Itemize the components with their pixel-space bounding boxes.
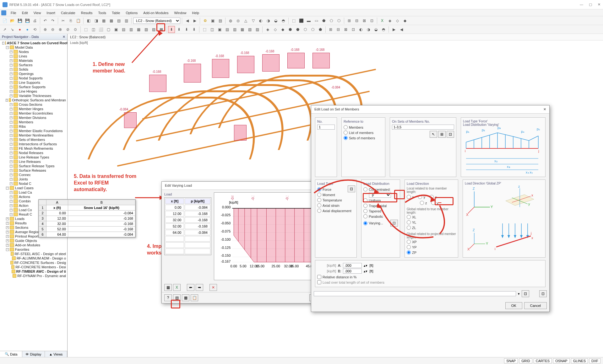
- tree-item[interactable]: +Member Nonlinearities: [1, 133, 67, 137]
- tb2-46[interactable]: ◑: [365, 26, 372, 33]
- lt-disp[interactable]: [317, 209, 321, 213]
- tb2-17[interactable]: ▥: [128, 26, 134, 33]
- tb2-15[interactable]: ▣: [112, 26, 119, 33]
- tree-item[interactable]: +Member Divisions: [1, 115, 67, 120]
- menu-insert[interactable]: Insert: [44, 10, 58, 15]
- tb2-41[interactable]: ⊞: [327, 26, 334, 33]
- ld-uniform[interactable]: [363, 198, 367, 202]
- dir-x[interactable]: [407, 195, 411, 199]
- tree-item[interactable]: +FE Mesh Refinements: [1, 146, 67, 151]
- tb2-6[interactable]: ⊕: [42, 26, 49, 33]
- tb-u3[interactable]: ◆: [401, 17, 408, 24]
- dir-v[interactable]: [431, 201, 435, 205]
- load-no-field[interactable]: [317, 125, 335, 130]
- pick-btn-2[interactable]: ⊞: [438, 131, 446, 138]
- tb2-42[interactable]: ⊟: [335, 26, 342, 33]
- tree-item[interactable]: +Cross-Sections: [1, 102, 67, 107]
- edit-varying-button[interactable]: ⊡: [390, 220, 398, 227]
- tb-save[interactable]: 💾: [16, 17, 23, 24]
- ld-p-combo[interactable]: p: [369, 192, 391, 198]
- tree-item[interactable]: +Connec: [1, 173, 67, 177]
- lt-moment[interactable]: [317, 193, 321, 197]
- varying-load-table[interactable]: x [ft]p [kip/ft] 0.00-0.084 12.00-0.168 …: [164, 197, 211, 255]
- tree-item[interactable]: −ASCE 7 Snow Loads on Curved Roof*: [1, 41, 67, 45]
- tb2-38[interactable]: ⬡: [302, 26, 309, 33]
- tree-item[interactable]: +Line Hinges: [1, 89, 67, 94]
- tb-t2[interactable]: ⊟: [353, 17, 360, 24]
- tree-item[interactable]: +Sets of Members: [1, 137, 67, 142]
- ref-members[interactable]: [344, 125, 348, 129]
- tb-g3[interactable]: ▦: [100, 17, 107, 24]
- tree-item[interactable]: +Add-on Modules: [1, 243, 67, 247]
- tree-item[interactable]: +Surface Releases: [1, 168, 67, 173]
- menu-view[interactable]: View: [31, 10, 44, 15]
- tb2-25[interactable]: ⬚: [201, 26, 208, 33]
- tree-item[interactable]: RF-TIMBER AWC - Design of ti: [1, 269, 67, 274]
- tb-print[interactable]: 🖨: [31, 17, 38, 24]
- evl-b3[interactable]: ▦: [182, 294, 189, 301]
- tb2-18[interactable]: ▦: [135, 26, 142, 33]
- tb-s7[interactable]: ⬡: [335, 17, 342, 24]
- tb2-47[interactable]: ◒: [372, 26, 379, 33]
- tb2-8[interactable]: ⊗: [57, 26, 64, 33]
- param-b[interactable]: [343, 269, 362, 274]
- tb2-13[interactable]: ⬜: [97, 26, 104, 33]
- tb2-2[interactable]: ↘: [9, 26, 16, 33]
- tb2-21[interactable]: ▩: [158, 26, 165, 33]
- tb2-36[interactable]: ⬢: [287, 26, 294, 33]
- tb-r3[interactable]: ◍: [227, 17, 234, 24]
- comment-btn[interactable]: ⊡: [522, 290, 529, 297]
- tb2-50[interactable]: ◀: [398, 26, 405, 33]
- dir-y[interactable]: [418, 195, 422, 199]
- tb-open[interactable]: 📂: [9, 17, 16, 24]
- tb-u2[interactable]: ◇: [394, 17, 401, 24]
- tree-item[interactable]: +Intersections of Surfaces: [1, 142, 67, 146]
- tb2-29[interactable]: ▥: [231, 26, 238, 33]
- tb2-33[interactable]: ◈: [264, 26, 271, 33]
- rel-dist[interactable]: [317, 275, 321, 279]
- dir-zp[interactable]: [407, 250, 411, 254]
- status-grid[interactable]: GRID: [519, 358, 532, 363]
- tb-u1[interactable]: ◈: [386, 17, 393, 24]
- tb2-45[interactable]: ◐: [357, 26, 364, 33]
- tb-r7[interactable]: ◐: [257, 17, 264, 24]
- tb-t1[interactable]: ⊞: [346, 17, 353, 24]
- tb-g5[interactable]: ▤: [115, 17, 122, 24]
- tb-s5[interactable]: ⬟: [320, 17, 327, 24]
- dir-xl[interactable]: [407, 215, 411, 219]
- tb2-49[interactable]: ▶: [390, 26, 397, 33]
- tb2-12[interactable]: ◫: [90, 26, 97, 33]
- tree-item[interactable]: +Guide Objects: [1, 238, 67, 243]
- ld-trap[interactable]: [363, 204, 367, 208]
- tb2-43[interactable]: ⊠: [342, 26, 349, 33]
- tb2-10[interactable]: ⊙: [72, 26, 79, 33]
- close-button[interactable]: ✕: [598, 3, 600, 7]
- evl-help[interactable]: ?: [164, 294, 172, 301]
- sets-field[interactable]: [392, 125, 454, 130]
- tree-item[interactable]: +Line Releases: [1, 159, 67, 164]
- tree-item[interactable]: +Solids: [1, 67, 67, 72]
- app-menu-icon[interactable]: [1, 10, 6, 15]
- tb2-27[interactable]: ▣: [216, 26, 223, 33]
- menu-results[interactable]: Results: [79, 10, 95, 15]
- tree-item[interactable]: −Model Data: [1, 45, 67, 50]
- tb2-23[interactable]: ⬇: [183, 26, 190, 33]
- ld-tap[interactable]: [363, 209, 367, 213]
- menu-addon[interactable]: Add-on Modules: [141, 10, 171, 15]
- evl-btn-import-excel[interactable]: X: [173, 284, 181, 291]
- nav-tab-views[interactable]: ▲Views: [45, 351, 67, 357]
- tb-t4[interactable]: ⊡: [368, 17, 375, 24]
- dir-xp[interactable]: [407, 240, 411, 244]
- tree-item[interactable]: RF-CONCRETE Surfaces - Desig: [1, 260, 67, 265]
- tb-s1[interactable]: ⬚: [290, 17, 297, 24]
- menu-window[interactable]: Window: [171, 10, 189, 15]
- tree-item[interactable]: +Joints: [1, 177, 67, 181]
- evl-btn-3[interactable]: ⬅: [187, 284, 194, 291]
- dir-yp[interactable]: [407, 245, 411, 249]
- menu-edit[interactable]: Edit: [19, 10, 30, 15]
- tree-item[interactable]: +Lines: [1, 54, 67, 58]
- tb-paste[interactable]: 📋: [75, 17, 82, 24]
- tb-g2[interactable]: ◨: [93, 17, 100, 24]
- tb-r6[interactable]: ▽: [250, 17, 257, 24]
- ref-sets[interactable]: [344, 136, 348, 140]
